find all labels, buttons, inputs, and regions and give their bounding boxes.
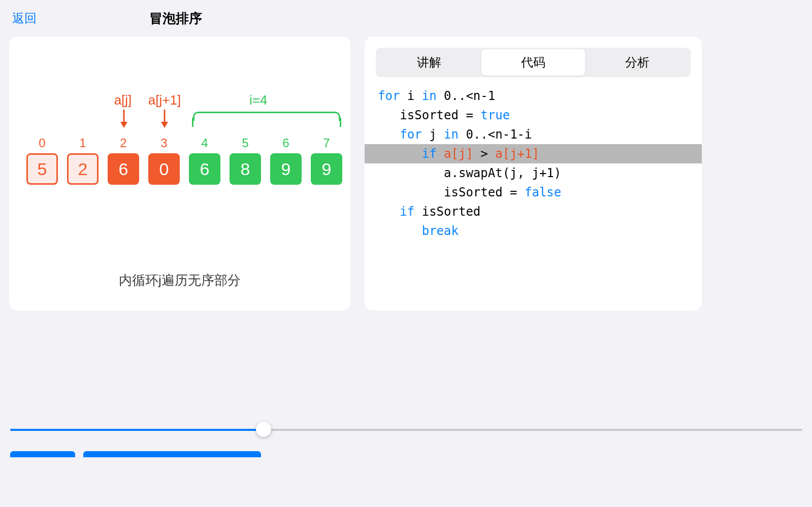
array-index: 2: [108, 136, 139, 150]
sorted-range-bracket: [193, 112, 340, 121]
array-cell: 9: [270, 153, 302, 185]
svg-marker-3: [161, 122, 168, 128]
step-caption: 内循环j遍历无序部分: [9, 272, 350, 289]
array-index: 7: [311, 136, 342, 150]
tab-explain[interactable]: 讲解: [377, 49, 481, 76]
progress-slider[interactable]: [10, 422, 802, 437]
array-cell: 9: [311, 153, 342, 185]
array-cell: 2: [67, 153, 99, 185]
array-index: 0: [26, 136, 58, 150]
pointer-j-label: a[j]: [108, 92, 138, 108]
main: a[j] a[j+1] i=4 01234567 52606899 内循环j遍历…: [0, 37, 812, 311]
back-button[interactable]: 返回: [12, 10, 37, 26]
code-line: for i in 0..<n-1: [365, 86, 702, 106]
tab-code[interactable]: 代码: [481, 49, 586, 76]
code-panel: 讲解 代码 分析 for i in 0..<n-1 isSorted = tru…: [365, 37, 702, 311]
tab-analyze[interactable]: 分析: [585, 49, 689, 76]
page-title: 冒泡排序: [149, 10, 202, 27]
header: 返回 冒泡排序: [0, 0, 812, 37]
array-index: 3: [148, 136, 180, 150]
code-line: isSorted = false: [365, 183, 702, 202]
array-cell: 6: [189, 153, 220, 185]
array-index: 4: [189, 136, 220, 150]
svg-marker-1: [120, 122, 127, 128]
array-index: 1: [67, 136, 99, 150]
slider-thumb[interactable]: [256, 422, 271, 437]
code-line: isSorted = true: [365, 106, 702, 125]
code-line: for j in 0..<n-1-i: [365, 125, 702, 144]
bracket-right-tail: [340, 118, 341, 127]
bottom-button-1[interactable]: [10, 451, 75, 457]
array-cell: 8: [230, 153, 261, 185]
arrow-down-icon: [159, 110, 170, 130]
array-wrap: 01234567 52606899: [26, 136, 342, 185]
array-index: 6: [270, 136, 302, 150]
pointer-j1-label: a[j+1]: [144, 92, 185, 108]
slider-fill: [10, 429, 264, 431]
code-line: a.swapAt(j, j+1): [365, 163, 702, 183]
index-row: 01234567: [26, 136, 342, 150]
code-line: break: [365, 221, 702, 241]
code-line: if isSorted: [365, 202, 702, 221]
tab-bar: 讲解 代码 分析: [376, 48, 691, 77]
code-line: if a[j] > a[j+1]: [365, 144, 702, 163]
array-index: 5: [230, 136, 261, 150]
array-cell: 6: [108, 153, 139, 185]
array-cell: 5: [26, 153, 58, 185]
array-cell: 0: [148, 153, 180, 185]
cell-row: 52606899: [26, 153, 342, 185]
code-block: for i in 0..<n-1 isSorted = true for j i…: [365, 86, 702, 241]
i-counter-label: i=4: [249, 92, 267, 108]
bracket-left-tail: [192, 118, 193, 127]
arrow-down-icon: [119, 110, 129, 130]
visualization-panel: a[j] a[j+1] i=4 01234567 52606899 内循环j遍历…: [9, 37, 350, 311]
bottom-button-2[interactable]: [83, 451, 261, 457]
